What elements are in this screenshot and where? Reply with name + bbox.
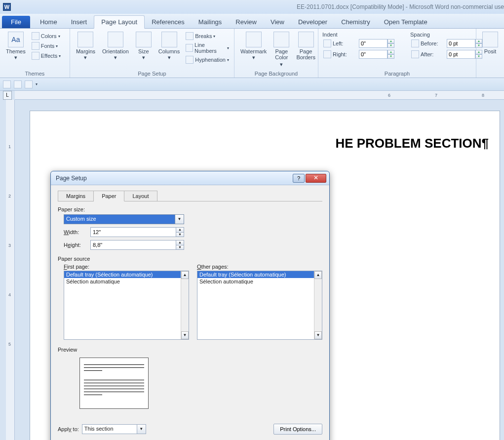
list-item[interactable]: Sélection automatique <box>64 278 189 285</box>
fonts-icon <box>32 42 39 50</box>
apply-to-combo[interactable]: This section ▼ <box>82 424 146 434</box>
save-icon[interactable] <box>3 80 11 88</box>
ribbon-tabs: File Home Insert Page Layout References … <box>0 14 504 29</box>
help-button[interactable]: ? <box>293 174 305 183</box>
document-area: 6 7 8 1 2 3 4 5 L HE PROBLEM SECTION¶ Pa… <box>0 91 504 440</box>
width-input[interactable]: ▲▼ <box>90 227 184 237</box>
paper-size-combo[interactable]: Custom size ▼ <box>64 214 184 224</box>
indent-right-input[interactable]: ▲▼ <box>359 50 394 59</box>
apply-to-label: Apply to: <box>58 426 79 432</box>
tab-references[interactable]: References <box>145 16 191 28</box>
size-button[interactable]: Size▾ <box>134 31 154 61</box>
colors-button[interactable]: Colors ▾ <box>31 32 62 40</box>
tab-review[interactable]: Review <box>229 16 264 28</box>
position-button[interactable]: Posit <box>480 31 500 55</box>
page-borders-button[interactable]: Page Borders <box>294 31 317 61</box>
dialog-tabs: Margins Paper Layout <box>58 190 322 201</box>
title-bar: W EE-2011.0701.docx [Compatibility Mode]… <box>0 0 504 14</box>
indent-left-input[interactable]: ▲▼ <box>359 39 394 48</box>
dialog-title: Page Setup <box>54 175 87 182</box>
width-up[interactable]: ▲ <box>176 227 184 232</box>
tab-margins[interactable]: Margins <box>58 191 94 201</box>
themes-group-label: Themes <box>4 70 66 78</box>
scrollbar[interactable]: ▲▼ <box>181 271 189 339</box>
hyphenation-icon <box>186 56 194 64</box>
scrollbar[interactable]: ▲▼ <box>314 271 322 339</box>
indent-left-label: Left: <box>333 40 357 46</box>
height-up[interactable]: ▲ <box>176 240 184 245</box>
tab-mailings[interactable]: Mailings <box>192 16 229 28</box>
list-item[interactable]: Sélection automatique <box>197 278 322 285</box>
height-down[interactable]: ▼ <box>176 245 184 250</box>
breaks-button[interactable]: Breaks ▾ <box>185 32 230 40</box>
margins-button[interactable]: Margins▾ <box>74 31 97 61</box>
themes-button[interactable]: Aa Themes▾ <box>4 31 28 61</box>
columns-button[interactable]: Columns▾ <box>156 31 182 61</box>
tab-home[interactable]: Home <box>33 16 64 28</box>
width-label: Width: <box>64 229 90 235</box>
width-down[interactable]: ▼ <box>176 232 184 238</box>
scroll-down-icon[interactable]: ▼ <box>181 331 189 339</box>
preview-label: Preview <box>58 347 322 353</box>
themes-icon: Aa <box>8 32 24 47</box>
hyphenation-button[interactable]: Hyphenation ▾ <box>185 55 230 64</box>
paper-source-label: Paper source <box>58 256 322 262</box>
paper-size-label: Paper size: <box>58 206 322 212</box>
indent-right-label: Right: <box>333 51 357 57</box>
orientation-icon <box>108 32 123 47</box>
indent-header: Indent <box>322 32 395 38</box>
spacing-before-icon <box>411 40 419 47</box>
watermark-icon <box>246 32 262 47</box>
tab-developer[interactable]: Developer <box>291 16 334 28</box>
watermark-button[interactable]: Watermark▾ <box>238 31 269 61</box>
columns-icon <box>161 32 177 47</box>
orientation-button[interactable]: Orientation▾ <box>100 31 131 61</box>
page-color-button[interactable]: Page Color▾ <box>271 31 291 68</box>
tab-view[interactable]: View <box>264 16 291 28</box>
chevron-down-icon[interactable]: ▼ <box>137 424 146 434</box>
page-setup-group-label: Page Setup <box>74 70 230 78</box>
page-bg-group-label: Page Background <box>238 70 314 78</box>
effects-button[interactable]: Effects ▾ <box>31 51 62 60</box>
print-options-button[interactable]: Print Options... <box>273 424 322 435</box>
breaks-icon <box>186 32 194 40</box>
indent-right-icon <box>323 50 331 58</box>
position-icon <box>482 32 498 47</box>
file-tab[interactable]: File <box>2 16 30 28</box>
scroll-down-icon[interactable]: ▼ <box>314 331 322 339</box>
other-pages-listbox[interactable]: Default tray (Sélection automatique) Sél… <box>197 271 322 340</box>
height-label: Height: <box>64 242 90 248</box>
list-item[interactable]: Default tray (Sélection automatique) <box>64 271 189 278</box>
close-icon[interactable]: ✕ <box>306 174 326 183</box>
fonts-button[interactable]: Fonts ▾ <box>31 41 62 50</box>
tab-page-layout[interactable]: Page Layout <box>94 15 145 29</box>
scroll-up-icon[interactable]: ▲ <box>314 271 322 279</box>
preview-box <box>79 358 149 409</box>
effects-icon <box>32 52 39 60</box>
dialog-titlebar[interactable]: Page Setup ? ✕ <box>51 171 329 185</box>
margins-icon <box>78 32 93 47</box>
line-numbers-icon <box>186 44 193 52</box>
qat-button-3[interactable] <box>25 80 33 88</box>
first-page-listbox[interactable]: Default tray (Sélection automatique) Sél… <box>64 271 189 340</box>
tab-layout[interactable]: Layout <box>124 191 157 201</box>
document-title: EE-2011.0701.docx [Compatibility Mode] -… <box>297 3 504 10</box>
chevron-down-icon[interactable]: ▼ <box>175 214 184 224</box>
tab-chemistry[interactable]: Chemistry <box>334 16 377 28</box>
size-icon <box>136 32 152 47</box>
tab-paper[interactable]: Paper <box>94 191 124 201</box>
height-input[interactable]: ▲▼ <box>90 240 184 250</box>
tab-insert[interactable]: Insert <box>64 16 94 28</box>
word-icon: W <box>3 3 11 11</box>
ribbon: Aa Themes▾ Colors ▾ Fonts ▾ Effects ▾ Th… <box>0 29 504 78</box>
qat-button-2[interactable] <box>14 80 22 88</box>
paragraph-group-label: Paragraph <box>322 70 472 78</box>
indent-left-icon <box>323 40 331 47</box>
tab-open-template[interactable]: Open Template <box>377 16 434 28</box>
scroll-up-icon[interactable]: ▲ <box>181 271 189 279</box>
spacing-after-icon <box>411 50 419 58</box>
line-numbers-button[interactable]: Line Numbers ▾ <box>185 41 230 54</box>
page-borders-icon <box>298 32 314 47</box>
qat-customize[interactable]: ▾ <box>36 82 38 86</box>
list-item[interactable]: Default tray (Sélection automatique) <box>197 271 322 278</box>
